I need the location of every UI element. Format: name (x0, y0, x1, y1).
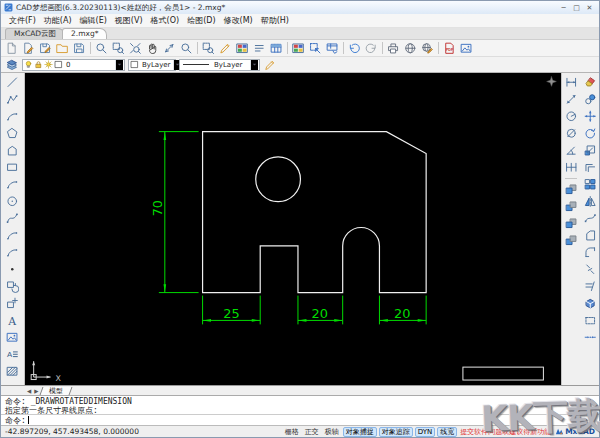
linetype-edit-pencil-icon[interactable] (263, 58, 277, 71)
zoom-object-button[interactable] (178, 40, 195, 56)
polyline-edit-button[interactable] (581, 210, 599, 227)
open-drawing-button[interactable] (20, 40, 37, 56)
zoom-in-button[interactable] (93, 40, 110, 56)
toggle-otrack[interactable]: 对象追踪 (379, 427, 413, 437)
layout-next-button[interactable]: ▶ (34, 387, 38, 395)
circle-button[interactable] (3, 193, 23, 210)
move-button[interactable] (581, 108, 599, 125)
zoom-extents-button[interactable] (127, 40, 144, 56)
publish-button[interactable] (419, 40, 436, 56)
erase-button[interactable] (581, 74, 599, 91)
close-button[interactable]: ✕ (583, 3, 596, 13)
toggle-polar[interactable]: 极轴 (323, 427, 341, 437)
drawing-viewport[interactable]: 70 25 20 20 X (25, 73, 561, 385)
layer-manager-button[interactable] (234, 40, 251, 56)
menu-draw[interactable]: 绘图(D) (183, 14, 219, 27)
tab-mxcad-cloud[interactable]: MxCAD云图 (5, 28, 65, 39)
minimize-button[interactable]: ─ (557, 3, 570, 13)
draworder-below-button[interactable] (562, 232, 580, 249)
menu-file[interactable]: 文件(F) (5, 14, 40, 27)
open-folder-button[interactable] (54, 40, 71, 56)
zoom-window-button[interactable] (110, 40, 127, 56)
dim-diameter-button[interactable] (562, 125, 580, 142)
inscribed-polygon-button[interactable] (3, 142, 23, 159)
menu-modify[interactable]: 修改(M) (220, 14, 257, 27)
dim-continue-button[interactable] (562, 159, 580, 176)
point-button[interactable] (3, 261, 23, 278)
block-insert-button[interactable] (3, 295, 23, 312)
mirror-button[interactable] (581, 193, 599, 210)
fillet-button[interactable] (581, 244, 599, 261)
dim-angular-button[interactable] (562, 142, 580, 159)
redo-button[interactable] (363, 40, 380, 56)
dim-radius-button[interactable] (562, 108, 580, 125)
scroll-left-button[interactable]: ◀ (580, 417, 584, 424)
arc-button[interactable] (3, 108, 23, 125)
join-button[interactable] (581, 329, 599, 346)
drawing-canvas[interactable]: 70 25 20 20 X (25, 73, 561, 385)
pan-button[interactable] (144, 40, 161, 56)
dim-aligned-button[interactable] (562, 91, 580, 108)
line-button[interactable] (3, 74, 23, 91)
save-button[interactable] (37, 40, 54, 56)
draworder-front-button[interactable] (562, 181, 580, 198)
toggle-osnap[interactable]: 对象捕捉 (343, 427, 377, 437)
new-file-button[interactable] (3, 40, 20, 56)
table-button[interactable] (268, 40, 285, 56)
measure-button[interactable] (161, 40, 178, 56)
layout-prev-button[interactable]: ◀ (27, 387, 31, 395)
copy-button[interactable] (581, 91, 599, 108)
undo-button[interactable] (346, 40, 363, 56)
linetype-combo[interactable]: ByLayer (179, 59, 260, 71)
mxcad-brand[interactable]: MxCAD (554, 427, 595, 437)
tab-model[interactable]: 模型 (40, 387, 73, 395)
tab-drawing-2[interactable]: 2.mxg* (62, 28, 107, 39)
text-style-button[interactable] (251, 40, 268, 56)
block-create-button[interactable] (3, 278, 23, 295)
layer-combo[interactable]: 0 (22, 59, 125, 71)
menu-help[interactable]: 帮助(H) (257, 14, 293, 27)
toggle-dyn[interactable]: DYN (415, 427, 436, 437)
image-insert-button[interactable] (3, 329, 23, 346)
menu-function[interactable]: 功能(A) (40, 14, 76, 27)
pdf-export-button[interactable]: PDF (441, 40, 458, 56)
print-button[interactable] (385, 40, 402, 56)
polygon-button[interactable] (3, 125, 23, 142)
menu-format[interactable]: 格式(O) (147, 14, 184, 27)
menu-view[interactable]: 视图(V) (111, 14, 147, 27)
toggle-ortho[interactable]: 正交 (303, 427, 321, 437)
command-window[interactable]: 命令: _DRAWROTATEDDIMENSION指定第一条尺寸界线原点: 命令… (1, 395, 599, 425)
draw-settings-button[interactable] (217, 40, 234, 56)
arc3p-button[interactable] (3, 176, 23, 193)
feedback-link[interactable]: 提交软件问题或建议得新功能 (460, 427, 551, 437)
dim-linear-button[interactable] (562, 74, 580, 91)
toggle-grid[interactable]: 栅格 (283, 427, 301, 437)
trim-button[interactable] (581, 278, 599, 295)
scroll-right-button[interactable]: ▶ (587, 417, 591, 424)
ellipse-arc-button[interactable] (3, 227, 23, 244)
toggle-lineweight[interactable]: 线宽 (437, 427, 457, 437)
array-button[interactable] (581, 176, 599, 193)
menu-edit[interactable]: 编辑(E) (76, 14, 111, 27)
arc-segment-button[interactable] (3, 244, 23, 261)
explode-button[interactable] (581, 295, 599, 312)
offset-button[interactable] (581, 159, 599, 176)
chevron-down-icon[interactable] (250, 60, 258, 70)
chamfer-button[interactable] (581, 227, 599, 244)
navigation-compass-icon[interactable] (546, 76, 557, 87)
command-input-row[interactable]: 命令: ◀ ▶ (1, 414, 599, 425)
selection-button[interactable] (307, 40, 324, 56)
chevron-down-icon[interactable] (115, 60, 123, 70)
options-button[interactable] (324, 40, 341, 56)
draworder-back-button[interactable] (562, 198, 580, 215)
maximize-button[interactable]: □ (570, 3, 583, 13)
spline-button[interactable] (3, 210, 23, 227)
find-button[interactable] (200, 40, 217, 56)
scale-button[interactable] (581, 142, 599, 159)
draworder-above-button[interactable] (562, 215, 580, 232)
color-palette-button[interactable] (290, 40, 307, 56)
rotate-button[interactable] (581, 125, 599, 142)
polyline-button[interactable] (3, 91, 23, 108)
break-button[interactable] (581, 261, 599, 278)
mtext-button[interactable]: A (3, 346, 23, 363)
